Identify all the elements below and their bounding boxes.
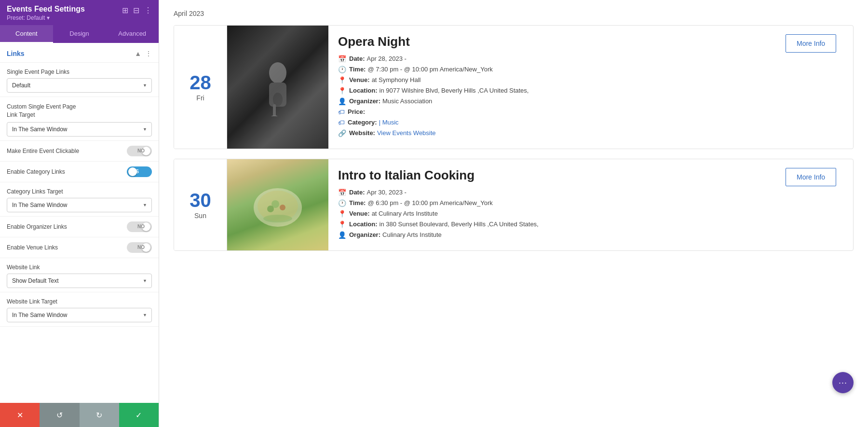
event-venue-row-1: 📍 Venue: at Symphony Hall	[338, 76, 766, 84]
event-date-day-1: Fri	[196, 94, 204, 102]
chat-bubble[interactable]: ···	[832, 372, 854, 393]
event-image-2	[227, 159, 328, 250]
more-options-icon[interactable]: ⋮	[144, 6, 152, 15]
links-section-title: Links	[7, 50, 25, 57]
event-venue-row-2: 📍 Venue: at Culinary Arts Institute	[338, 210, 766, 218]
single-event-page-links-select[interactable]: Default Custom	[7, 78, 152, 93]
panel-tabs: Content Design Advanced	[0, 25, 159, 43]
venue-label-1: Venue:	[349, 76, 370, 83]
make-entire-event-clickable-toggle[interactable]: NO	[127, 146, 152, 156]
more-info-button-2[interactable]: More Info	[786, 168, 836, 186]
enable-category-links-label: Enable Category Links	[7, 168, 122, 175]
redo-button[interactable]: ↻	[80, 403, 119, 427]
save-button[interactable]: ✓	[119, 403, 159, 427]
svg-point-9	[267, 206, 274, 212]
date-val-2: Apr 30, 2023 -	[367, 189, 407, 196]
category-val-1[interactable]: | Music	[379, 119, 399, 126]
event-card-italian-cooking: 30 Sun Intro to Italian Cooking 📅 Date:	[174, 159, 854, 251]
svg-point-0	[269, 62, 286, 83]
enable-organizer-links-row: Enable Organizer Links NO	[0, 217, 159, 237]
website-link-label: Website Link	[7, 264, 152, 271]
event-card-opera-night: 28 Fri Opera Night 📅 Date: Apr 28, 2023 …	[174, 25, 854, 149]
website-link-wrap: Show Default Text Hide Custom Text	[7, 274, 152, 288]
website-link-target-select[interactable]: In The Same Window In A New Window	[7, 308, 152, 322]
toggle-text-venue-off: NO	[127, 245, 145, 250]
enable-organizer-links-toggle[interactable]: NO	[127, 221, 152, 232]
enable-category-links-toggle[interactable]: YES	[127, 166, 152, 177]
pin-icon-2: 📍	[338, 210, 346, 218]
panel-title: Events Feed Settings	[7, 5, 85, 14]
panel-header: Events Feed Settings Preset: Default ▾ ⊞…	[0, 0, 159, 25]
enable-venue-links-toggle[interactable]: NO	[127, 242, 152, 253]
svg-point-4	[271, 115, 278, 116]
calendar-icon-1: 📅	[338, 55, 346, 63]
expand-icon[interactable]: ⊞	[122, 6, 128, 15]
toggle-text-on: YES	[127, 169, 139, 174]
event-location-row-2: 📍 Location: in 380 Sunset Boulevard, Bev…	[338, 220, 766, 228]
link-icon-1: 🔗	[338, 129, 346, 137]
custom-single-event-label: Custom Single Event PageLink Target	[7, 103, 152, 119]
pin-icon-loc-2: 📍	[338, 220, 346, 228]
time-label-2: Time:	[349, 199, 366, 207]
tab-design[interactable]: Design	[53, 25, 106, 43]
event-date-box-2: 30 Sun	[174, 159, 227, 250]
organizer-label-1: Organizer:	[349, 97, 380, 105]
cancel-button[interactable]: ✕	[0, 403, 40, 427]
website-val-1[interactable]: View Events Website	[377, 129, 436, 137]
category-links-target-wrap: In The Same Window In A New Window	[7, 198, 152, 212]
event-time-row-2: 🕐 Time: @ 6:30 pm - @ 10:00 pm America/N…	[338, 199, 766, 207]
event-location-row-1: 📍 Location: in 9077 Wilshire Blvd, Bever…	[338, 87, 766, 95]
date-label-1: Date:	[349, 55, 365, 62]
event-details-2: Intro to Italian Cooking 📅 Date: Apr 30,…	[328, 159, 776, 250]
clock-icon-2: 🕐	[338, 199, 346, 207]
section-options-icon[interactable]: ⋮	[145, 50, 152, 57]
left-panel: Events Feed Settings Preset: Default ▾ ⊞…	[0, 0, 159, 427]
time-val-1: @ 7:30 pm - @ 10:00 pm America/New_York	[367, 66, 492, 73]
more-info-col-1: More Info	[776, 26, 853, 149]
price-label-1: Price:	[348, 108, 365, 115]
make-entire-event-clickable-label: Make Entire Event Clickable	[7, 148, 122, 154]
event-organizer-row-1: 👤 Organizer: Music Association	[338, 97, 766, 105]
chat-icon: ···	[839, 378, 847, 387]
single-event-page-links-label: Single Event Page Links	[7, 69, 152, 75]
date-label-2: Date:	[349, 189, 365, 196]
event-date-num-1: 28	[190, 73, 211, 92]
preset-label[interactable]: Preset: Default ▾	[7, 14, 85, 21]
venue-val-2: at Culinary Arts Institute	[372, 210, 438, 217]
enable-category-links-row: Enable Category Links YES	[0, 162, 159, 182]
more-info-col-2: More Info	[776, 159, 853, 250]
panel-header-right: ⊞ ⊟ ⋮	[122, 6, 152, 15]
website-label-1: Website:	[349, 129, 375, 137]
collapse-section-icon[interactable]: ▲	[135, 50, 141, 57]
website-link-target-wrap: In The Same Window In A New Window	[7, 308, 152, 322]
svg-point-8	[280, 205, 285, 210]
right-content: April 2023 28 Fri Opera Night 📅	[159, 0, 868, 427]
month-label: April 2023	[174, 10, 854, 17]
links-section-header: Links ▲ ⋮	[0, 43, 159, 63]
calendar-icon-2: 📅	[338, 189, 346, 196]
enable-venue-links-row: Enable Venue Links NO	[0, 237, 159, 258]
location-val-1: in 9077 Wilshire Blvd, Beverly Hills ,CA…	[380, 87, 529, 94]
category-links-target-group: Category Links Target In The Same Window…	[0, 182, 159, 217]
organizer-val-2: Culinary Arts Institute	[382, 231, 442, 238]
custom-single-event-group: Custom Single Event PageLink Target In T…	[0, 97, 159, 141]
pin-icon-loc-1: 📍	[338, 87, 346, 95]
event-image-1	[227, 26, 328, 149]
tab-content[interactable]: Content	[0, 25, 53, 43]
time-label-1: Time:	[349, 66, 366, 73]
tab-advanced[interactable]: Advanced	[106, 25, 159, 43]
collapse-icon[interactable]: ⊟	[133, 6, 139, 15]
website-link-select[interactable]: Show Default Text Hide Custom Text	[7, 274, 152, 288]
website-link-target-group: Website Link Target In The Same Window I…	[0, 292, 159, 327]
toggle-text-organizer-off: NO	[127, 224, 145, 229]
event-date-row-1: 📅 Date: Apr 28, 2023 -	[338, 55, 766, 63]
location-label-2: Location:	[349, 220, 378, 228]
more-info-button-1[interactable]: More Info	[786, 34, 836, 53]
event-website-row-1: 🔗 Website: View Events Website	[338, 129, 766, 137]
person-icon-2: 👤	[338, 231, 346, 239]
undo-button[interactable]: ↺	[40, 403, 79, 427]
event-date-day-2: Sun	[194, 212, 206, 220]
category-links-target-select[interactable]: In The Same Window In A New Window	[7, 198, 152, 212]
custom-single-event-select[interactable]: In The Same Window In A New Window	[7, 122, 152, 137]
tag-icon-1: 🏷	[338, 108, 345, 116]
